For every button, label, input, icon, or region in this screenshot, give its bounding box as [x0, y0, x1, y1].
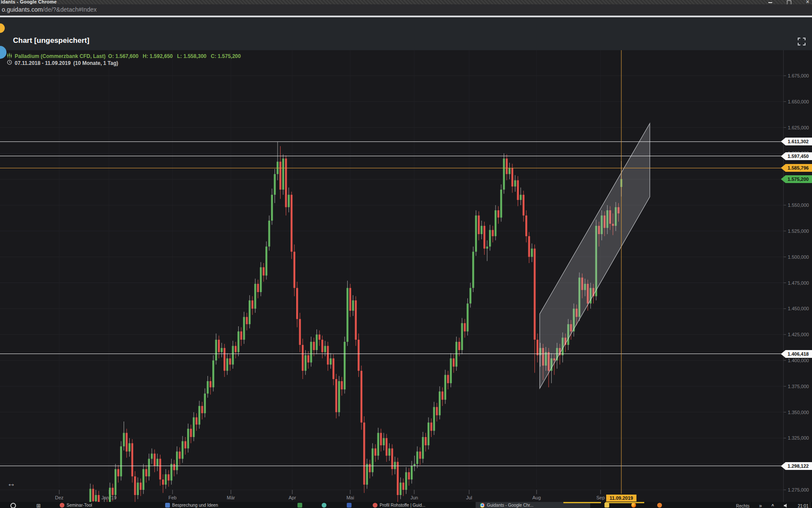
- taskbar-app-doc[interactable]: [347, 503, 352, 508]
- candle: [257, 284, 259, 292]
- taskbar-search-button[interactable]: [10, 503, 16, 508]
- candle: [159, 459, 161, 479]
- restore-button[interactable]: [787, 0, 791, 4]
- candle: [517, 180, 519, 200]
- price-tick-label: 1.275,000: [788, 487, 809, 492]
- chart-svg[interactable]: [0, 50, 812, 503]
- month-tick-label: Dez: [55, 495, 64, 500]
- taskbar-app-orange[interactable]: [657, 503, 662, 508]
- month-tick-label: Mär: [227, 495, 235, 500]
- month-tick-label: Jul: [466, 495, 472, 500]
- candle: [327, 346, 329, 364]
- taskbar-app-seminar[interactable]: Seminar-Tool: [60, 503, 92, 508]
- candle: [332, 358, 334, 379]
- candle: [187, 429, 189, 449]
- candle: [330, 358, 332, 364]
- candle: [338, 381, 340, 412]
- volume-icon[interactable]: [783, 503, 788, 508]
- taskbar-app-label: Seminar-Tool: [67, 503, 92, 508]
- candle: [405, 472, 407, 490]
- candle: [304, 355, 306, 371]
- month-tick-label: Jan '19: [101, 495, 116, 500]
- candle: [240, 331, 242, 340]
- pan-arrows-icon[interactable]: ↔: [7, 479, 16, 489]
- candle: [403, 482, 404, 490]
- show-desktop-button[interactable]: [810, 502, 812, 508]
- taskbar-app-guidants-chrome[interactable]: Guidants - Google Chr...: [480, 503, 534, 508]
- price-tick-label: 1.325,000: [788, 435, 809, 440]
- candle: [506, 158, 508, 174]
- candle: [307, 355, 309, 363]
- fullscreen-icon[interactable]: [797, 37, 806, 46]
- tray-chevrons[interactable]: »: [759, 503, 762, 508]
- candle: [441, 392, 443, 400]
- folder-icon: [604, 503, 609, 508]
- minimize-button[interactable]: [768, 0, 772, 4]
- candle: [235, 346, 237, 352]
- window-title: idants - Google Chrome: [1, 0, 57, 4]
- price-tick-label: 1.675,000: [788, 73, 809, 78]
- close-button[interactable]: ×: [806, 0, 809, 4]
- candle: [500, 190, 502, 218]
- candle: [207, 381, 208, 394]
- taskbar-app-profil[interactable]: Profil Rohstoffe | Guid...: [373, 503, 425, 508]
- candle: [383, 438, 384, 445]
- taskbar-app-label: Profil Rohstoffe | Guid...: [380, 503, 425, 508]
- candle: [464, 323, 466, 331]
- candle: [123, 433, 125, 446]
- candle: [428, 423, 429, 446]
- app-icon-doc: [347, 503, 352, 508]
- candle: [117, 469, 119, 476]
- taskbar-firefox[interactable]: [631, 503, 636, 508]
- taskbar-clock[interactable]: 21:01: [798, 504, 809, 508]
- candle: [475, 215, 477, 252]
- candle: [369, 464, 371, 472]
- taskbar-app-green[interactable]: [297, 503, 302, 508]
- candle: [528, 236, 530, 257]
- price-tick-label: 1.500,000: [788, 254, 809, 260]
- trend-channel: [540, 123, 650, 388]
- candle: [140, 482, 141, 490]
- candle: [453, 358, 454, 367]
- candle: [157, 459, 158, 466]
- legend-range-detail: (10 Monate, 1 Tag): [73, 60, 118, 66]
- task-view-icon: ⊞: [36, 503, 41, 508]
- price-tick-label: 1.425,000: [788, 332, 809, 337]
- candle: [265, 247, 267, 276]
- candle: [503, 158, 505, 190]
- candle: [237, 331, 239, 352]
- candlestick-plot[interactable]: [0, 50, 812, 503]
- candle: [422, 437, 424, 459]
- firefox-icon: [631, 503, 636, 508]
- candle: [478, 215, 480, 234]
- candle: [346, 288, 348, 342]
- system-tray: Rechts » ^ 21:01: [736, 503, 809, 508]
- url-bar[interactable]: o.guidants.com/de/?&detach#Index: [0, 4, 812, 16]
- task-view-button[interactable]: ⊞: [36, 503, 41, 508]
- month-tick-label: Aug: [532, 495, 541, 500]
- taskbar-folder[interactable]: [604, 503, 609, 508]
- tray-expand-chevron[interactable]: ^: [771, 504, 774, 508]
- price-level-badge: 1.298,122: [781, 462, 812, 470]
- candle: [497, 210, 499, 218]
- candle: [246, 317, 248, 325]
- taskbar-app-meeting[interactable]: Besprechung und Ideen: [165, 503, 218, 508]
- candle: [355, 300, 357, 340]
- url-domain: o.guidants.com: [2, 6, 43, 13]
- legend-instrument: Palladium (Commerzbank CFD, Last): [15, 53, 105, 59]
- tray-toolbar-label[interactable]: Rechts: [736, 504, 749, 508]
- month-tick-label: Mai: [346, 495, 354, 500]
- candle: [363, 423, 365, 485]
- legend-range-row[interactable]: 07.11.2018 - 11.09.2019 (10 Monate, 1 Ta…: [7, 60, 118, 66]
- candle: [170, 464, 172, 480]
- candle: [226, 358, 228, 371]
- legend-range: 07.11.2018 - 11.09.2019: [15, 60, 70, 66]
- candle: [411, 466, 412, 479]
- legend-instrument-row[interactable]: Palladium (Commerzbank CFD, Last) O: 1.5…: [7, 53, 241, 60]
- taskbar-app-teal[interactable]: [322, 503, 326, 508]
- candle: [419, 452, 421, 459]
- price-level-badge: 1.585,796: [781, 164, 812, 172]
- price-level-badge: 1.597,450: [781, 152, 812, 160]
- chart-panel[interactable]: Palladium (Commerzbank CFD, Last) O: 1.5…: [0, 50, 812, 503]
- candle: [263, 267, 265, 276]
